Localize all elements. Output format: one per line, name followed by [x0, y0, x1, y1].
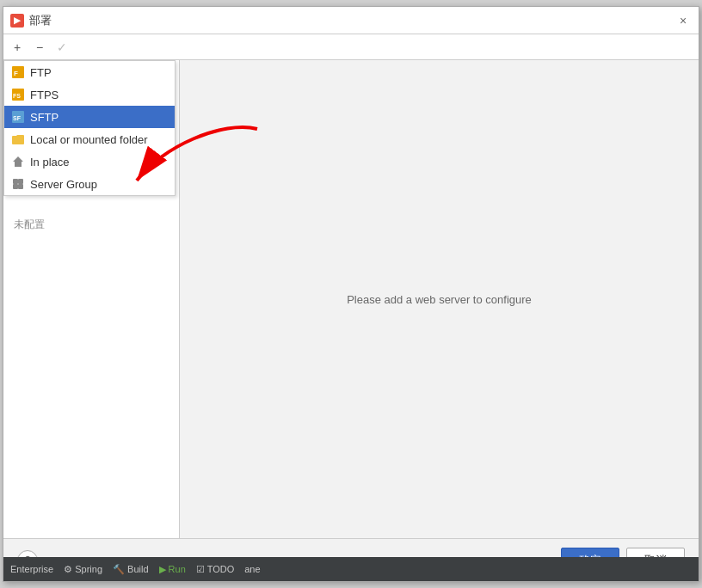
- ftp-label: FTP: [30, 66, 52, 79]
- add-button[interactable]: +: [7, 38, 28, 57]
- svg-text:F: F: [14, 70, 18, 77]
- sftp-label: SFTP: [30, 111, 58, 124]
- right-panel: Please add a web server to configure: [180, 60, 699, 538]
- menu-item-local[interactable]: Local or mounted folder: [4, 128, 175, 150]
- menu-item-inplace[interactable]: In place: [4, 150, 175, 173]
- taskbar-ane[interactable]: ane: [244, 564, 260, 574]
- placeholder-text: Please add a web server to configure: [347, 293, 532, 306]
- app-icon: ▶: [10, 14, 24, 28]
- menu-item-sftp[interactable]: SF SFTP: [4, 106, 175, 128]
- close-button[interactable]: ×: [674, 12, 692, 29]
- taskbar-spring[interactable]: ⚙ Spring: [64, 564, 102, 575]
- menu-item-servergroup[interactable]: Server Group: [4, 173, 175, 195]
- svg-rect-6: [13, 179, 18, 184]
- taskbar-enterprise[interactable]: Enterprise: [10, 564, 53, 574]
- taskbar-run[interactable]: ▶ Run: [159, 564, 186, 575]
- menu-item-ftp[interactable]: F FTP: [4, 61, 175, 83]
- inplace-icon: [11, 155, 25, 168]
- server-type-menu: F FTP FS FTPS: [3, 60, 176, 196]
- ftps-label: FTPS: [30, 89, 58, 101]
- unconfigured-item[interactable]: 未配置: [7, 214, 176, 236]
- dialog-title: 部署: [29, 13, 52, 28]
- title-bar-left: ▶ 部署: [10, 13, 52, 28]
- bottom-taskbar: Enterprise ⚙ Spring 🔨 Build ▶ Run ☑ TODO…: [3, 557, 699, 581]
- remove-button[interactable]: −: [29, 38, 50, 57]
- ftps-icon: FS: [11, 88, 25, 101]
- title-bar: ▶ 部署 ×: [3, 7, 699, 34]
- local-label: Local or mounted folder: [30, 133, 148, 146]
- svg-rect-9: [18, 184, 23, 189]
- confirm-button[interactable]: ✓: [52, 38, 72, 57]
- local-folder-icon: [11, 132, 25, 146]
- ftp-icon: F: [11, 65, 25, 79]
- deploy-dialog: ▶ 部署 × + − ✓ F FTP: [3, 6, 699, 582]
- inplace-label: In place: [30, 156, 70, 168]
- servergroup-icon: [11, 177, 25, 191]
- sftp-icon: SF: [11, 110, 25, 124]
- servergroup-label: Server Group: [30, 178, 97, 191]
- left-panel: F FTP FS FTPS: [3, 60, 180, 538]
- server-list: 未配置: [3, 211, 179, 538]
- taskbar-build[interactable]: 🔨 Build: [113, 564, 149, 575]
- svg-text:FS: FS: [13, 93, 21, 99]
- svg-text:SF: SF: [13, 115, 22, 121]
- menu-item-ftps[interactable]: FS FTPS: [4, 83, 175, 106]
- taskbar-todo[interactable]: ☑ TODO: [196, 564, 234, 575]
- toolbar: + − ✓: [3, 34, 699, 60]
- svg-rect-7: [18, 179, 23, 184]
- svg-rect-8: [13, 184, 18, 189]
- main-content: F FTP FS FTPS: [3, 60, 699, 538]
